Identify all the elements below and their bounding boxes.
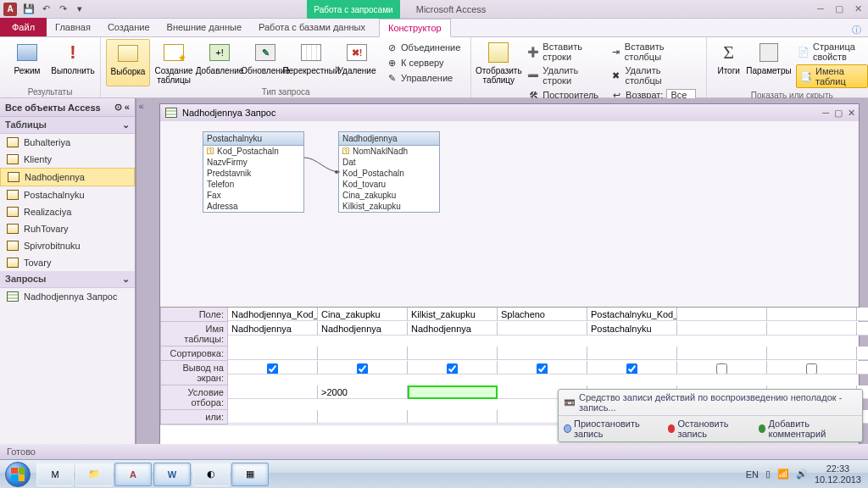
grid-cell[interactable] <box>228 385 318 399</box>
nav-table-spivrobitnuku[interactable]: Spivrobitnuku <box>0 237 135 254</box>
show-checkbox[interactable] <box>537 363 548 374</box>
grid-cell[interactable] <box>228 410 318 424</box>
grid-cell[interactable] <box>408 410 498 424</box>
ribbon-help-icon[interactable]: ⓘ <box>845 24 868 36</box>
property-sheet-button[interactable]: 📄Страница свойств <box>796 41 868 63</box>
show-checkbox[interactable] <box>716 363 727 374</box>
qat-dropdown-icon[interactable]: ▾ <box>72 2 87 17</box>
nav-table-buhalteriya[interactable]: Buhalteriya <box>0 134 135 151</box>
show-checkbox[interactable] <box>626 363 637 374</box>
totals-button[interactable]: ΣИтоги <box>712 39 745 90</box>
nav-query[interactable]: Nadhodjennya Запрос <box>0 288 135 305</box>
tab-design[interactable]: Конструктор <box>379 19 451 37</box>
show-table-button[interactable]: Отобразить таблицу <box>476 39 520 103</box>
grid-cell[interactable]: Kilkist_zakupku <box>408 308 498 321</box>
grid-cell[interactable] <box>587 347 677 360</box>
tab-dbtools[interactable]: Работа с базами данных <box>250 18 374 36</box>
grid-cell[interactable] <box>408 361 498 374</box>
mdi-max-icon[interactable]: ▢ <box>834 108 843 119</box>
append-button[interactable]: +!Добавление <box>198 39 242 86</box>
grid-cell[interactable] <box>498 347 587 360</box>
grid-cell[interactable] <box>767 361 857 374</box>
nav-collapse-icon[interactable]: « <box>136 98 146 473</box>
qat-save-icon[interactable]: 💾 <box>21 2 36 17</box>
tb-explorer[interactable]: 📁 <box>75 463 113 486</box>
tb-app1[interactable]: M <box>36 463 74 486</box>
make-table-button[interactable]: Создание таблицы <box>152 39 196 86</box>
grid-cell[interactable] <box>857 361 868 374</box>
qat-undo-icon[interactable]: ↶ <box>38 2 53 17</box>
nav-table-ruhtovary[interactable]: RuhTovary <box>0 220 135 237</box>
window-minimize-icon[interactable]: ─ <box>814 3 827 14</box>
grid-cell[interactable] <box>857 322 868 336</box>
field-dat[interactable]: Dat <box>339 157 439 168</box>
tab-home[interactable]: Главная <box>47 18 99 36</box>
tray-clock[interactable]: 22:3310.12.2013 <box>815 463 861 484</box>
grid-cell[interactable] <box>318 410 408 424</box>
grid-cell[interactable] <box>677 361 767 374</box>
nav-table-klienty[interactable]: Klienty <box>0 151 135 168</box>
grid-cell[interactable] <box>857 308 868 321</box>
view-button[interactable]: Режим <box>5 39 49 86</box>
union-button[interactable]: ⊘Объединение <box>384 41 462 54</box>
tray-flag-icon[interactable]: ▯ <box>765 469 771 480</box>
field-nomnaklnadh[interactable]: NomNaklNadh <box>339 146 439 157</box>
show-checkbox[interactable] <box>447 363 458 374</box>
recorder-toolbar[interactable]: 📼Средство записи действий по воспроизвед… <box>558 389 863 442</box>
diagram-pane[interactable]: Postachalnyku Kod_PostachalnNazvFirmyPre… <box>160 121 859 308</box>
tray-lang[interactable]: EN <box>746 469 759 480</box>
grid-cell[interactable] <box>228 347 318 360</box>
nav-table-postachalnyku[interactable]: Postachalnyku <box>0 186 135 203</box>
delete-rows-button[interactable]: ➖Удалить строки <box>526 64 600 86</box>
grid-cell[interactable] <box>767 322 857 336</box>
params-button[interactable]: Параметры <box>747 39 791 90</box>
tb-app2[interactable]: ▦ <box>231 463 269 486</box>
grid-cell[interactable] <box>767 347 857 360</box>
grid-cell[interactable] <box>677 322 767 336</box>
field-adressa[interactable]: Adressa <box>203 201 303 212</box>
mdi-min-icon[interactable]: ─ <box>822 108 829 119</box>
tb-chrome[interactable]: ◐ <box>192 463 230 486</box>
nav-cat-tables[interactable]: Таблицы⌄ <box>0 117 135 134</box>
grid-cell[interactable] <box>318 347 408 360</box>
grid-cell[interactable]: Nadhodjennya_Kod_P <box>228 308 318 321</box>
window-close-icon[interactable]: ✕ <box>851 3 865 14</box>
join-line[interactable] <box>304 153 340 179</box>
tb-access[interactable]: A <box>114 463 152 486</box>
grid-cell[interactable] <box>228 361 318 374</box>
run-button[interactable]: !Выполнить <box>51 39 95 86</box>
nav-table-realizaciya[interactable]: Realizaciya <box>0 203 135 220</box>
tray-sound-icon[interactable]: 🔊 <box>796 469 808 480</box>
grid-cell[interactable] <box>857 347 868 360</box>
grid-cell[interactable] <box>408 347 498 360</box>
field-kod_postachaln[interactable]: Kod_Postachaln <box>339 168 439 179</box>
recorder-comment-button[interactable]: Добавить комментарий <box>759 419 857 439</box>
grid-cell[interactable]: >2000 <box>318 385 408 399</box>
select-query-button[interactable]: Выборка <box>106 39 150 86</box>
tab-file[interactable]: Файл <box>0 18 47 36</box>
insert-rows-button[interactable]: ➕Вставить строки <box>526 41 600 63</box>
field-predstavnik[interactable]: Predstavnik <box>203 168 303 179</box>
field-telefon[interactable]: Telefon <box>203 179 303 190</box>
table-nadhodjennya[interactable]: Nadhodjennya NomNaklNadhDatKod_Postachal… <box>338 131 440 213</box>
recorder-pause-button[interactable]: Приостановить запись <box>564 419 659 439</box>
tab-external[interactable]: Внешние данные <box>159 18 250 36</box>
show-checkbox[interactable] <box>267 363 278 374</box>
field-cina_zakupku[interactable]: Cina_zakupku <box>339 190 439 201</box>
nav-cat-queries[interactable]: Запросы⌄ <box>0 271 135 288</box>
field-fax[interactable]: Fax <box>203 190 303 201</box>
passthrough-button[interactable]: ⊕К серверу <box>384 56 462 69</box>
mdi-titlebar[interactable]: Nadhodjennya Запрос ─▢✕ <box>160 104 859 121</box>
delete-query-button[interactable]: ✖!Удаление <box>335 39 379 86</box>
tab-create[interactable]: Создание <box>99 18 159 36</box>
show-checkbox[interactable] <box>357 363 368 374</box>
grid-cell[interactable]: Postachalnyku_Kod_P <box>587 308 677 321</box>
grid-cell[interactable] <box>318 361 408 374</box>
show-checkbox[interactable] <box>806 363 817 374</box>
mdi-close-icon[interactable]: ✕ <box>848 108 855 119</box>
field-nazvfirmy[interactable]: NazvFirmy <box>203 157 303 168</box>
grid-cell[interactable] <box>767 308 857 321</box>
datadef-button[interactable]: ✎Управление <box>384 71 462 85</box>
grid-cell[interactable]: Splacheno <box>498 308 587 321</box>
table-names-button[interactable]: 📑Имена таблиц <box>796 64 868 88</box>
